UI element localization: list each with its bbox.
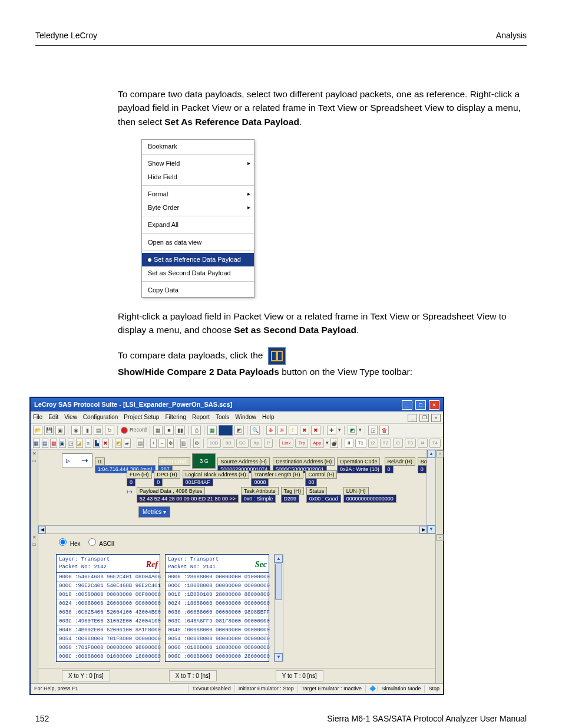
pane-pin-icon[interactable]: ▫ [437,450,444,457]
hex-scroll-up-icon[interactable]: ▲ [275,555,283,563]
metrics-button[interactable]: Metrics ▾ [138,506,170,518]
tb-e1-icon[interactable]: ✚ [327,426,336,435]
pill-sc[interactable]: SC [236,439,249,448]
pdata-value[interactable]: 52 43 52 44 28 00 09 00 ED 21 80 00 >> [137,495,239,503]
tb2-h-icon[interactable]: ▙ [93,439,100,448]
pane-handle-bottom[interactable]: ✕▭ [31,533,38,683]
scroll-down-icon[interactable]: ▼ [427,525,435,533]
pill-t4[interactable]: T4 [429,439,441,448]
canvas-hscrollbar[interactable]: ◀ ▶ [38,525,427,533]
ctx-byte-order[interactable]: Byte Order [142,201,254,215]
hex-scroll-thumb[interactable] [275,564,282,600]
menu-filtering[interactable]: Filtering [165,413,186,422]
ctx-show-field[interactable]: Show Field [142,157,254,170]
hscroll-right-icon[interactable]: ▶ [419,526,427,533]
save-icon[interactable]: 💾 [44,426,54,435]
tb-c1-icon[interactable]: ▦ [207,426,217,435]
hscroll-left-icon[interactable]: ◀ [38,526,46,533]
pause-icon[interactable]: ▮▮ [176,426,185,435]
pill-link[interactable]: Link [279,439,294,448]
pill-t1[interactable]: T1 [355,439,366,448]
ctx-format[interactable]: Format [142,187,254,201]
radio-hex[interactable]: Hex [56,541,81,547]
pill-i2[interactable]: I2 [368,439,378,448]
delete-icon[interactable]: 🗑 [379,426,389,435]
pill-10b[interactable]: 10B [207,439,221,448]
menu-project-setup[interactable]: Project Setup [124,413,159,422]
tb2-b-icon[interactable]: ▤ [42,439,49,448]
tb-d1-icon[interactable]: ❉ [266,426,276,435]
tb-d5-icon[interactable]: ✖ [311,426,320,435]
print-icon[interactable]: ⎙ [191,426,201,435]
menu-edit[interactable]: Edit [48,413,58,422]
stop-icon[interactable]: ■ [164,426,174,435]
menu-view[interactable]: View [64,413,77,422]
tb2-e-icon[interactable]: ◳ [68,439,75,448]
tb-g1-icon[interactable]: ◲ [368,426,378,435]
tb2-l-icon[interactable]: ▤ [137,439,144,448]
close-button[interactable]: × [429,400,439,410]
record-dot-icon[interactable] [121,427,128,434]
settings-icon[interactable]: ⚙ [193,439,200,448]
tb-f1-icon[interactable]: ◩ [348,426,357,435]
mdi-restore-button[interactable]: ❐ [419,414,429,422]
block-icon[interactable]: ▮ [82,426,92,435]
packet-arrow[interactable]: ▹ ➝ [62,453,92,467]
pill-i3[interactable]: I3 [393,439,403,448]
maximize-button[interactable]: □ [415,400,426,410]
menu-file[interactable]: File [33,413,42,422]
pane-pin-icon-2[interactable]: ▫ [437,534,444,541]
scroll-up-icon[interactable]: ▲ [427,450,435,458]
tb2-f-icon[interactable]: ◪ [76,439,83,448]
tb2-i-icon[interactable]: ✖ [102,439,109,448]
ctx-hide-field[interactable]: Hide Field [142,170,254,184]
zoom-out-icon[interactable]: − [158,439,166,448]
menu-window[interactable]: Window [235,413,256,422]
tb-c2-icon[interactable]: ◩ [234,426,244,435]
tb2-c-icon[interactable]: ▦ [50,439,57,448]
pane-handle-top[interactable]: ✕▭ [31,450,38,533]
tb2-m-icon[interactable]: ▥ [180,439,187,448]
pill-8b[interactable]: 8B [223,439,234,448]
menu-configuration[interactable]: Configuration [83,413,118,422]
find-icon[interactable]: 🔍 [250,426,260,435]
tb-d3-icon[interactable]: ☾ [289,426,298,435]
tb-d2-icon[interactable]: ❊ [277,426,287,435]
compare-payloads-icon[interactable] [268,347,286,365]
tb2-j-icon[interactable]: ◩ [115,439,122,448]
payload-arrow-icon[interactable]: ↦ [127,486,135,497]
target-icon[interactable]: ◉ [71,426,81,435]
compare-payloads-button[interactable] [219,425,233,436]
doc-icon[interactable]: ▤ [94,426,103,435]
pill-app[interactable]: App [310,439,324,448]
tb2-g-icon[interactable]: ≡ [85,439,92,448]
pill-p[interactable]: P [264,439,273,448]
hex-scrollbar[interactable]: ▲ ▼ [274,554,283,662]
pill-trp[interactable]: Trp [295,439,308,448]
tb-d4-icon[interactable]: ✖ [300,426,309,435]
bomb-icon[interactable]: 💣 [330,439,338,448]
mdi-minimize-button[interactable]: _ [408,414,417,422]
pill-t3[interactable]: T3 [405,439,416,448]
ctx-set-reference[interactable]: Set as Refrence Data Payload [142,253,254,266]
ctx-bookmark[interactable]: Bookmark [142,140,254,153]
tb2-k-icon[interactable]: ▰ [124,439,131,448]
tb2-d-icon[interactable]: ▣ [59,439,66,448]
move-icon[interactable]: ✥ [167,439,174,448]
open-icon[interactable]: 📂 [33,426,42,435]
ctx-copy-data[interactable]: Copy Data [142,284,254,297]
pill-i4[interactable]: I4 [418,439,428,448]
menu-help[interactable]: Help [262,413,275,422]
save-as-icon[interactable]: ▣ [55,426,65,435]
pill-t2[interactable]: T2 [380,439,391,448]
minimize-button[interactable]: _ [402,400,412,410]
hex-scroll-down-icon[interactable]: ▼ [275,653,283,661]
ctx-open-data-view[interactable]: Open as data view [142,236,254,249]
ctx-set-second[interactable]: Set as Second Data Payload [142,266,254,280]
canvas-scrollbar[interactable]: ▲ ▼ [427,450,435,533]
pill-xp[interactable]: Xp [250,439,262,448]
zoom-in-icon[interactable]: + [150,439,157,448]
menu-tools[interactable]: Tools [216,413,229,422]
refresh-icon[interactable]: ↻ [105,426,114,435]
ctx-expand-all[interactable]: Expand All [142,218,254,232]
